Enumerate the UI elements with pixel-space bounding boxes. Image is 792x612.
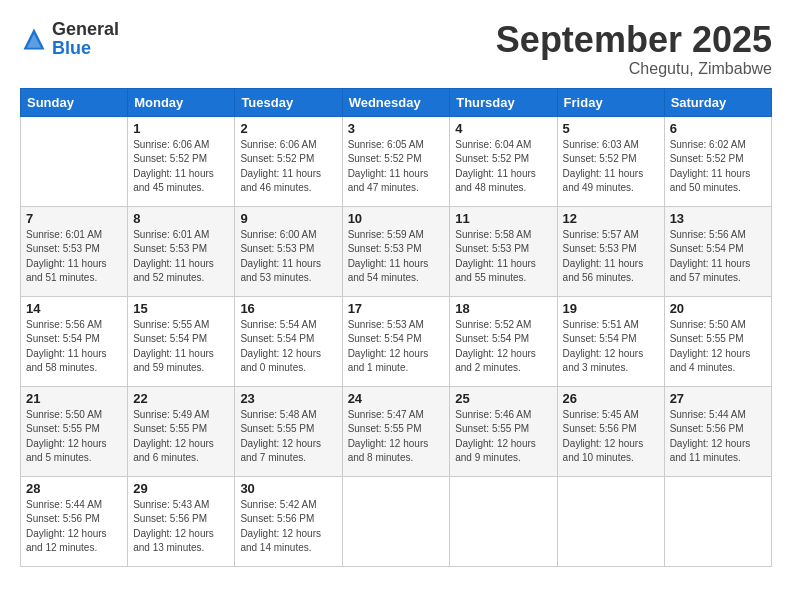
title-area: September 2025 Chegutu, Zimbabwe [496,20,772,78]
day-info: Sunrise: 6:03 AMSunset: 5:52 PMDaylight:… [563,138,659,196]
day-info: Sunrise: 5:44 AMSunset: 5:56 PMDaylight:… [26,498,122,556]
calendar-cell: 16Sunrise: 5:54 AMSunset: 5:54 PMDayligh… [235,296,342,386]
week-row-0: 1Sunrise: 6:06 AMSunset: 5:52 PMDaylight… [21,116,772,206]
week-row-2: 14Sunrise: 5:56 AMSunset: 5:54 PMDayligh… [21,296,772,386]
day-number: 26 [563,391,659,406]
day-info: Sunrise: 5:48 AMSunset: 5:55 PMDaylight:… [240,408,336,466]
day-number: 1 [133,121,229,136]
calendar-cell: 10Sunrise: 5:59 AMSunset: 5:53 PMDayligh… [342,206,450,296]
day-info: Sunrise: 5:46 AMSunset: 5:55 PMDaylight:… [455,408,551,466]
day-info: Sunrise: 5:51 AMSunset: 5:54 PMDaylight:… [563,318,659,376]
day-number: 6 [670,121,766,136]
day-info: Sunrise: 6:01 AMSunset: 5:53 PMDaylight:… [133,228,229,286]
day-number: 24 [348,391,445,406]
week-row-1: 7Sunrise: 6:01 AMSunset: 5:53 PMDaylight… [21,206,772,296]
calendar-cell: 26Sunrise: 5:45 AMSunset: 5:56 PMDayligh… [557,386,664,476]
day-info: Sunrise: 5:54 AMSunset: 5:54 PMDaylight:… [240,318,336,376]
day-number: 5 [563,121,659,136]
day-info: Sunrise: 6:06 AMSunset: 5:52 PMDaylight:… [240,138,336,196]
day-number: 7 [26,211,122,226]
day-number: 25 [455,391,551,406]
day-info: Sunrise: 5:50 AMSunset: 5:55 PMDaylight:… [670,318,766,376]
day-number: 3 [348,121,445,136]
day-number: 9 [240,211,336,226]
week-row-4: 28Sunrise: 5:44 AMSunset: 5:56 PMDayligh… [21,476,772,566]
week-row-3: 21Sunrise: 5:50 AMSunset: 5:55 PMDayligh… [21,386,772,476]
header-thursday: Thursday [450,88,557,116]
day-number: 22 [133,391,229,406]
day-number: 17 [348,301,445,316]
day-number: 4 [455,121,551,136]
calendar-cell: 5Sunrise: 6:03 AMSunset: 5:52 PMDaylight… [557,116,664,206]
calendar-cell [557,476,664,566]
calendar-cell: 20Sunrise: 5:50 AMSunset: 5:55 PMDayligh… [664,296,771,386]
location: Chegutu, Zimbabwe [496,60,772,78]
day-info: Sunrise: 5:52 AMSunset: 5:54 PMDaylight:… [455,318,551,376]
calendar-cell: 25Sunrise: 5:46 AMSunset: 5:55 PMDayligh… [450,386,557,476]
day-info: Sunrise: 6:05 AMSunset: 5:52 PMDaylight:… [348,138,445,196]
day-number: 8 [133,211,229,226]
calendar-cell: 14Sunrise: 5:56 AMSunset: 5:54 PMDayligh… [21,296,128,386]
day-number: 27 [670,391,766,406]
day-number: 14 [26,301,122,316]
calendar-cell: 28Sunrise: 5:44 AMSunset: 5:56 PMDayligh… [21,476,128,566]
calendar-cell [342,476,450,566]
logo-text: General Blue [52,20,119,58]
header-row: SundayMondayTuesdayWednesdayThursdayFrid… [21,88,772,116]
day-number: 20 [670,301,766,316]
header-wednesday: Wednesday [342,88,450,116]
calendar-cell: 24Sunrise: 5:47 AMSunset: 5:55 PMDayligh… [342,386,450,476]
day-info: Sunrise: 5:55 AMSunset: 5:54 PMDaylight:… [133,318,229,376]
calendar-cell: 17Sunrise: 5:53 AMSunset: 5:54 PMDayligh… [342,296,450,386]
day-info: Sunrise: 5:49 AMSunset: 5:55 PMDaylight:… [133,408,229,466]
day-info: Sunrise: 5:59 AMSunset: 5:53 PMDaylight:… [348,228,445,286]
day-info: Sunrise: 6:02 AMSunset: 5:52 PMDaylight:… [670,138,766,196]
day-info: Sunrise: 5:53 AMSunset: 5:54 PMDaylight:… [348,318,445,376]
calendar: SundayMondayTuesdayWednesdayThursdayFrid… [20,88,772,567]
calendar-cell: 13Sunrise: 5:56 AMSunset: 5:54 PMDayligh… [664,206,771,296]
day-info: Sunrise: 5:42 AMSunset: 5:56 PMDaylight:… [240,498,336,556]
logo-general: General [52,19,119,39]
day-info: Sunrise: 5:58 AMSunset: 5:53 PMDaylight:… [455,228,551,286]
calendar-cell [450,476,557,566]
day-info: Sunrise: 5:57 AMSunset: 5:53 PMDaylight:… [563,228,659,286]
calendar-cell: 3Sunrise: 6:05 AMSunset: 5:52 PMDaylight… [342,116,450,206]
day-number: 23 [240,391,336,406]
day-number: 16 [240,301,336,316]
day-info: Sunrise: 5:47 AMSunset: 5:55 PMDaylight:… [348,408,445,466]
calendar-cell: 7Sunrise: 6:01 AMSunset: 5:53 PMDaylight… [21,206,128,296]
day-number: 10 [348,211,445,226]
day-number: 21 [26,391,122,406]
calendar-cell: 8Sunrise: 6:01 AMSunset: 5:53 PMDaylight… [128,206,235,296]
day-info: Sunrise: 5:44 AMSunset: 5:56 PMDaylight:… [670,408,766,466]
calendar-cell: 4Sunrise: 6:04 AMSunset: 5:52 PMDaylight… [450,116,557,206]
calendar-cell: 23Sunrise: 5:48 AMSunset: 5:55 PMDayligh… [235,386,342,476]
calendar-cell: 22Sunrise: 5:49 AMSunset: 5:55 PMDayligh… [128,386,235,476]
header-sunday: Sunday [21,88,128,116]
day-number: 30 [240,481,336,496]
day-info: Sunrise: 5:56 AMSunset: 5:54 PMDaylight:… [26,318,122,376]
logo: General Blue [20,20,119,58]
calendar-cell: 11Sunrise: 5:58 AMSunset: 5:53 PMDayligh… [450,206,557,296]
calendar-cell: 2Sunrise: 6:06 AMSunset: 5:52 PMDaylight… [235,116,342,206]
calendar-cell: 1Sunrise: 6:06 AMSunset: 5:52 PMDaylight… [128,116,235,206]
calendar-cell: 29Sunrise: 5:43 AMSunset: 5:56 PMDayligh… [128,476,235,566]
day-info: Sunrise: 6:06 AMSunset: 5:52 PMDaylight:… [133,138,229,196]
header: General Blue September 2025 Chegutu, Zim… [20,20,772,78]
header-monday: Monday [128,88,235,116]
logo-blue: Blue [52,38,91,58]
header-saturday: Saturday [664,88,771,116]
calendar-cell: 30Sunrise: 5:42 AMSunset: 5:56 PMDayligh… [235,476,342,566]
calendar-cell: 6Sunrise: 6:02 AMSunset: 5:52 PMDaylight… [664,116,771,206]
day-number: 29 [133,481,229,496]
day-info: Sunrise: 6:04 AMSunset: 5:52 PMDaylight:… [455,138,551,196]
day-number: 12 [563,211,659,226]
day-info: Sunrise: 5:50 AMSunset: 5:55 PMDaylight:… [26,408,122,466]
month-title: September 2025 [496,20,772,60]
day-number: 2 [240,121,336,136]
calendar-cell: 27Sunrise: 5:44 AMSunset: 5:56 PMDayligh… [664,386,771,476]
day-number: 15 [133,301,229,316]
header-tuesday: Tuesday [235,88,342,116]
day-info: Sunrise: 6:01 AMSunset: 5:53 PMDaylight:… [26,228,122,286]
day-number: 19 [563,301,659,316]
